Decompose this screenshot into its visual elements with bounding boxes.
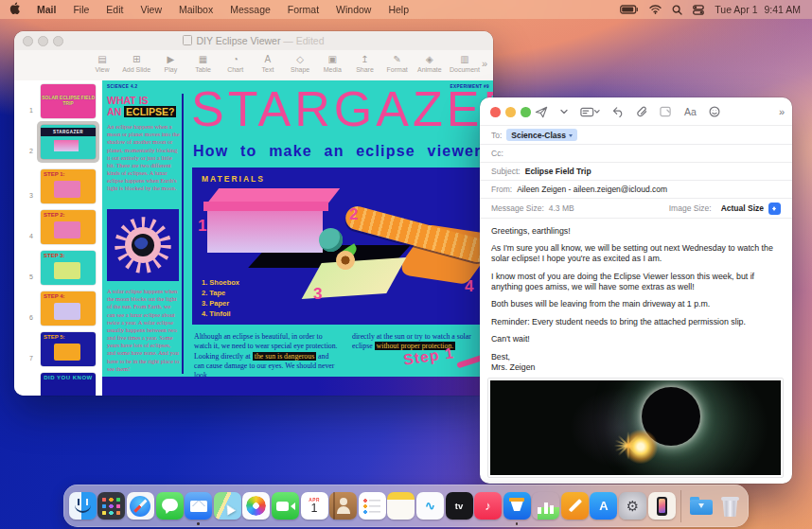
toolbar-animate-button[interactable]: ◈Animate (417, 53, 442, 73)
dock-notes-icon[interactable] (387, 492, 415, 520)
send-icon[interactable] (535, 106, 548, 118)
dock-numbers-icon[interactable] (532, 492, 559, 520)
dock-facetime-icon[interactable] (272, 492, 299, 520)
materials-label: MATERIALS (202, 174, 265, 184)
toolbar-view-button[interactable]: ▤View (90, 53, 115, 73)
menu-item-view[interactable]: View (132, 4, 170, 15)
menu-item-mailbox[interactable]: Mailbox (170, 4, 221, 15)
slide-thumbnail-1[interactable]: SOLAR ECLIPSE FIELD TRIP (41, 84, 96, 118)
slide-thumbnail-4[interactable]: STEP 2: (41, 210, 96, 244)
close-button[interactable] (490, 107, 501, 117)
toolbar-overflow-chevron-icon[interactable]: » (779, 106, 785, 117)
toolbar-chart-button[interactable]: ◔Chart (223, 53, 248, 73)
slide-thumbnail-2-selected[interactable]: STARGAZER (41, 125, 96, 159)
slide-subtitle[interactable]: How to make an eclipse viewer! (193, 143, 487, 160)
materials-box[interactable]: MATERIALS 1 2 3 4 1. Shoebox 2. Tape 3. (192, 168, 493, 325)
slide-paragraph-lunar[interactable]: An eclipse happens when a moon or planet… (107, 123, 180, 193)
to-field[interactable]: To: Science-Class (480, 126, 792, 145)
toolbar-shape-button[interactable]: ◇Shape (288, 53, 312, 73)
toolbar-document-button[interactable]: ▥Document (450, 53, 480, 73)
menu-time: 9:41 AM (764, 4, 801, 15)
markup-icon[interactable] (660, 106, 672, 117)
image-size-stepper-icon[interactable] (768, 203, 781, 215)
slide-title[interactable]: STARGAZER (191, 84, 493, 133)
zoom-button[interactable] (521, 107, 531, 117)
slide-paragraph-solar[interactable]: A solar eclipse happens when the moon bl… (107, 288, 180, 373)
slide-course-label[interactable]: SCIENCE 4.2 (107, 84, 137, 89)
slide-thumbnail-5[interactable]: STEP 3: (41, 251, 96, 285)
format-aa-button[interactable]: Aa (684, 106, 697, 117)
apple-menu-icon[interactable] (0, 2, 28, 17)
toolbar-text-button[interactable]: AText (256, 53, 280, 73)
control-center-icon[interactable] (693, 5, 704, 15)
menu-item-window[interactable]: Window (327, 4, 380, 15)
toolbar-overflow-chevron-icon[interactable]: » (482, 58, 487, 69)
menu-item-message[interactable]: Message (221, 4, 279, 15)
materials-number-4: 4 (465, 277, 473, 296)
dock-safari-icon[interactable] (127, 492, 154, 520)
dock-contacts-icon[interactable] (329, 492, 357, 520)
dock-launchpad-icon[interactable] (97, 492, 125, 520)
battery-icon[interactable] (620, 5, 639, 14)
slide-thumbnail-3[interactable]: STEP 1: (41, 169, 96, 203)
dock-mail-icon[interactable] (185, 492, 212, 520)
mail-toolbar[interactable]: Aa » (480, 97, 792, 126)
dock-photos-icon[interactable] (242, 492, 270, 520)
toolbar-format-button[interactable]: ✎Format (385, 53, 410, 73)
image-size-value[interactable]: Actual Size (721, 203, 764, 213)
text-icon: A (265, 53, 272, 65)
dock-keynote-icon[interactable] (503, 492, 531, 520)
subject-field[interactable]: Subject: Eclipse Field Trip (480, 163, 792, 181)
message-body-editor[interactable]: Greetings, earthlings! As I'm sure you a… (491, 226, 781, 373)
slide-number: 2 (16, 148, 33, 154)
menu-item-format[interactable]: Format (279, 4, 327, 15)
menu-item-file[interactable]: File (64, 4, 97, 15)
keynote-titlebar[interactable]: DIY Eclipse Viewer — Edited (14, 31, 493, 50)
slide-heading-what-is[interactable]: WHAT IS AN ECLIPSE? (107, 96, 183, 117)
attachment-paperclip-icon[interactable] (637, 106, 647, 118)
subject-value[interactable]: Eclipse Field Trip (525, 167, 591, 176)
dock-freeform-icon[interactable]: ∿ (416, 492, 444, 520)
dock-finder-icon[interactable] (69, 492, 97, 520)
menu-item-edit[interactable]: Edit (97, 4, 132, 15)
sun-illustration[interactable] (107, 209, 179, 281)
dock-iphone-mirroring-icon[interactable] (648, 492, 676, 520)
dock-reminders-icon[interactable] (359, 492, 386, 520)
from-field[interactable]: From: Aileen Zeigen - aileen.zeigen@iclo… (480, 181, 792, 199)
eclipse-photo-attachment[interactable] (487, 378, 784, 478)
recipient-token[interactable]: Science-Class (506, 129, 577, 141)
caution-text-left[interactable]: Although an eclipse is beautiful, in ord… (194, 332, 340, 377)
slide-thumbnail-8[interactable]: DID YOU KNOW (41, 373, 96, 396)
header-fields-icon[interactable] (580, 107, 600, 117)
slide-thumbnail-6[interactable]: STEP 4: (41, 291, 96, 326)
menu-clock[interactable]: Tue Apr 1 9:41 AM (715, 4, 801, 15)
dock-settings-icon[interactable]: ⚙ (619, 492, 646, 520)
toolbar-table-button[interactable]: ▦Table (191, 53, 216, 73)
dock-trash-icon[interactable] (716, 492, 744, 520)
cc-field[interactable]: Cc: (480, 145, 792, 163)
menu-item-mail[interactable]: Mail (28, 4, 64, 15)
toolbar-share-button[interactable]: ↥Share (352, 53, 377, 73)
dock-messages-icon[interactable] (156, 492, 184, 520)
dock-music-icon[interactable]: ♪ (474, 492, 502, 520)
dock-downloads-folder-icon[interactable] (687, 492, 715, 520)
dock-appletv-icon[interactable]: tv (446, 492, 473, 520)
emoji-icon[interactable] (709, 106, 720, 117)
dock-pages-icon[interactable] (561, 492, 589, 520)
document-proxy-icon[interactable] (183, 35, 192, 45)
wifi-icon[interactable] (649, 5, 662, 14)
slide-thumbnail-7[interactable]: STEP 5: (41, 332, 96, 366)
dock-calendar-icon[interactable]: APR 1 (301, 492, 328, 520)
toolbar-media-button[interactable]: ▣Media (320, 53, 344, 73)
menu-item-help[interactable]: Help (380, 4, 417, 15)
undo-icon[interactable] (612, 107, 625, 117)
send-options-chevron-icon[interactable] (560, 109, 568, 115)
toolbar-play-button[interactable]: ▶Play (158, 53, 183, 73)
slide-number: 6 (16, 314, 33, 321)
spotlight-search-icon[interactable] (672, 5, 682, 15)
minimize-button[interactable] (505, 107, 516, 117)
dock-appstore-icon[interactable]: A (590, 492, 617, 520)
toolbar-add-slide-button[interactable]: ⊞Add Slide (122, 53, 150, 73)
dock-maps-icon[interactable] (214, 492, 241, 520)
from-value[interactable]: Aileen Zeigen - aileen.zeigen@icloud.com (517, 185, 667, 194)
